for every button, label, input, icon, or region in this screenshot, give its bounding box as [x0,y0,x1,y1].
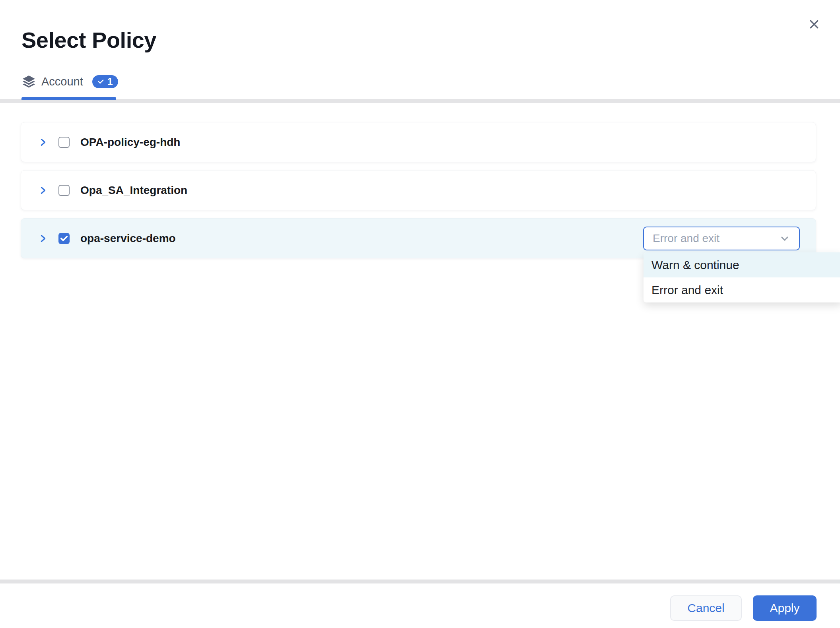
footer-divider [0,580,840,583]
selected-count: 1 [107,76,113,87]
tab-account[interactable]: Account 1 [21,75,118,89]
chevron-right-icon [39,184,47,196]
dropdown-option-warn-continue[interactable]: Warn & continue [644,252,840,277]
policy-checkbox[interactable] [58,185,70,196]
expand-row-button[interactable] [38,184,48,197]
tab-bar: Account 1 [21,75,118,89]
check-icon [97,78,104,85]
chevron-down-icon [779,233,790,244]
header-divider [0,99,840,103]
chevron-right-icon [39,233,47,244]
page-title: Select Policy [21,27,156,53]
expand-row-button[interactable] [38,136,48,149]
on-failure-dropdown-menu: Warn & continue Error and exit [644,252,840,302]
chevron-right-icon [39,136,47,148]
policy-name: opa-service-demo [80,232,176,245]
active-tab-indicator [21,97,116,100]
policy-checkbox[interactable] [58,137,70,148]
close-button[interactable] [807,17,821,31]
layers-icon [21,75,36,89]
policy-row-opa-policy-eg-hdh: OPA-policy-eg-hdh [21,122,816,162]
policy-row-opa-sa-integration: Opa_SA_Integration [21,170,816,210]
policy-name: OPA-policy-eg-hdh [80,136,180,149]
footer-actions: Cancel Apply [670,595,817,621]
policy-checkbox[interactable] [58,233,70,244]
close-icon [808,18,820,30]
apply-button[interactable]: Apply [753,595,817,621]
policy-name: Opa_SA_Integration [80,184,187,197]
cancel-button[interactable]: Cancel [670,595,742,621]
select-value: Error and exit [653,232,719,245]
expand-row-button[interactable] [38,232,48,245]
dropdown-option-error-exit[interactable]: Error and exit [644,277,840,302]
tab-account-label: Account [41,75,83,88]
on-failure-select[interactable]: Error and exit [643,227,800,250]
check-icon [60,234,68,243]
selected-count-badge: 1 [92,75,118,88]
policy-list: OPA-policy-eg-hdh Opa_SA_Integration [21,122,816,258]
